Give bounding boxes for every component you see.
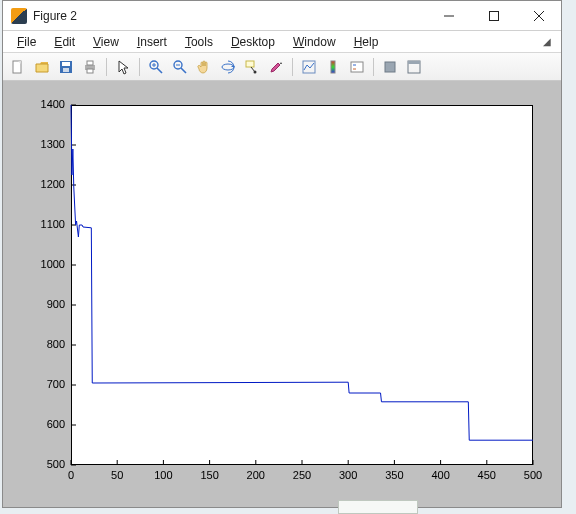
close-button[interactable]: [516, 1, 561, 31]
svg-rect-30: [385, 62, 395, 72]
toolbar-separator: [139, 58, 140, 76]
menu-dropdown-caret-icon[interactable]: ◢: [543, 36, 555, 47]
x-tick-label: 400: [429, 469, 453, 481]
toolbar-separator: [106, 58, 107, 76]
window-title: Figure 2: [33, 9, 77, 23]
hide-tools-icon[interactable]: [379, 56, 401, 78]
y-tick-label: 600: [29, 418, 65, 430]
svg-rect-11: [87, 69, 93, 73]
rotate-3d-icon[interactable]: [217, 56, 239, 78]
x-tick-label: 100: [151, 469, 175, 481]
legend-icon[interactable]: [346, 56, 368, 78]
menubar: File Edit View Insert Tools Desktop Wind…: [3, 31, 561, 53]
y-tick-label: 500: [29, 458, 65, 470]
menu-desktop[interactable]: Desktop: [223, 34, 283, 50]
menu-insert[interactable]: Insert: [129, 34, 175, 50]
brush-icon[interactable]: [265, 56, 287, 78]
menu-view[interactable]: View: [85, 34, 127, 50]
svg-line-17: [181, 68, 186, 73]
titlebar: Figure 2: [3, 1, 561, 31]
menu-edit[interactable]: Edit: [46, 34, 83, 50]
y-tick-label: 1300: [29, 138, 65, 150]
svg-rect-8: [63, 68, 69, 72]
menu-help[interactable]: Help: [346, 34, 387, 50]
x-tick-label: 150: [198, 469, 222, 481]
svg-rect-32: [408, 61, 420, 64]
minimize-button[interactable]: [426, 1, 471, 31]
y-tick-label: 1000: [29, 258, 65, 270]
pointer-icon[interactable]: [112, 56, 134, 78]
svg-rect-7: [62, 62, 70, 66]
toolbar: [3, 53, 561, 81]
x-tick-label: 450: [475, 469, 499, 481]
y-tick-label: 800: [29, 338, 65, 350]
x-tick-label: 300: [336, 469, 360, 481]
svg-rect-10: [87, 61, 93, 65]
figure-canvas[interactable]: 0501001502002503003504004505005006007008…: [3, 81, 561, 507]
pan-hand-icon[interactable]: [193, 56, 215, 78]
print-icon[interactable]: [79, 56, 101, 78]
new-file-icon[interactable]: [7, 56, 29, 78]
y-tick-label: 700: [29, 378, 65, 390]
x-tick-label: 0: [59, 469, 83, 481]
menu-window[interactable]: Window: [285, 34, 344, 50]
y-tick-label: 1100: [29, 218, 65, 230]
toolbar-separator: [373, 58, 374, 76]
svg-marker-24: [280, 62, 282, 64]
svg-rect-1: [489, 11, 498, 20]
svg-rect-27: [351, 62, 363, 72]
zoom-in-icon[interactable]: [145, 56, 167, 78]
y-tick-label: 1400: [29, 98, 65, 110]
svg-rect-26: [331, 61, 335, 73]
x-tick-label: 250: [290, 469, 314, 481]
plot-line: [3, 81, 561, 507]
svg-line-13: [157, 68, 162, 73]
colorbar-icon[interactable]: [322, 56, 344, 78]
menu-tools[interactable]: Tools: [177, 34, 221, 50]
maximize-button[interactable]: [471, 1, 516, 31]
menu-file[interactable]: File: [9, 34, 44, 50]
zoom-out-icon[interactable]: [169, 56, 191, 78]
save-icon[interactable]: [55, 56, 77, 78]
background-window-hint: [338, 500, 418, 514]
svg-point-23: [254, 70, 257, 73]
x-tick-label: 350: [382, 469, 406, 481]
data-cursor-icon[interactable]: [241, 56, 263, 78]
link-plot-icon[interactable]: [298, 56, 320, 78]
x-tick-label: 200: [244, 469, 268, 481]
toolbar-separator: [292, 58, 293, 76]
x-tick-label: 500: [521, 469, 545, 481]
open-folder-icon[interactable]: [31, 56, 53, 78]
dock-icon[interactable]: [403, 56, 425, 78]
svg-rect-21: [246, 61, 254, 67]
x-tick-label: 50: [105, 469, 129, 481]
y-tick-label: 1200: [29, 178, 65, 190]
matlab-icon: [11, 8, 27, 24]
figure-window: Figure 2 File Edit View Insert Tools Des…: [2, 0, 562, 508]
y-tick-label: 900: [29, 298, 65, 310]
